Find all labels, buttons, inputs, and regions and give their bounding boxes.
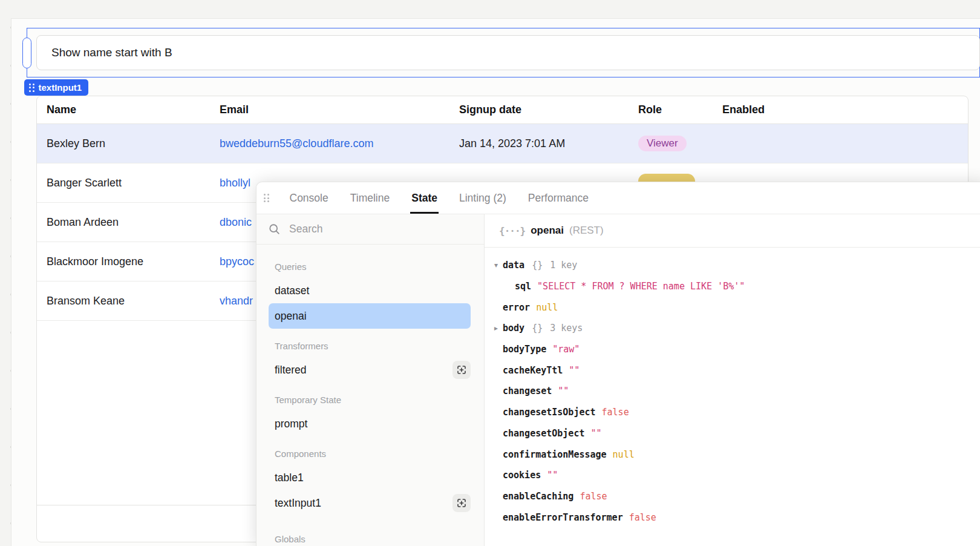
json-value: "raw"	[552, 344, 580, 355]
state-sidebar: Search Queries dataset openai Transforme…	[256, 214, 485, 546]
text-input-field[interactable]: Show name start with B	[36, 35, 980, 70]
cell-role: Viewer	[629, 136, 713, 151]
object-badge: {}	[532, 323, 543, 334]
json-tree-row[interactable]: ▾ data {}1 key	[489, 255, 980, 276]
json-key: sql	[515, 281, 531, 292]
focus-target-icon	[456, 498, 467, 508]
json-tree-row: changesetObject ""	[489, 423, 980, 444]
json-value: "SELECT * FROM ? WHERE name LIKE 'B%'"	[537, 281, 745, 292]
json-tree-row: enableErrorTransformer false	[489, 507, 980, 528]
sidebar-item[interactable]: dataset	[275, 278, 471, 303]
state-json-tree: ▾ data {}1 key sql "SELECT * FROM ? WHER…	[485, 248, 980, 528]
column-header[interactable]: Enabled	[713, 104, 968, 116]
sidebar-item-label: openai	[275, 310, 307, 323]
json-tree-row: changeset ""	[489, 381, 980, 402]
json-value: false	[629, 512, 656, 523]
sidebar-item-label: prompt	[275, 418, 307, 430]
key-count-label: 1 key	[550, 260, 577, 271]
drag-dots-icon	[29, 84, 34, 92]
cell-name: Bexley Bern	[37, 137, 210, 150]
inspector-title: openai	[531, 225, 564, 237]
sidebar-section-label: Globals	[275, 534, 471, 544]
json-value: null	[536, 302, 558, 313]
json-tree-row: enableCaching false	[489, 486, 980, 507]
json-tree-row: sql "SELECT * FROM ? WHERE name LIKE 'B%…	[489, 276, 980, 297]
sidebar-item-label: textInput1	[275, 497, 321, 510]
debug-tab[interactable]: Console	[289, 182, 330, 214]
json-key: enableCaching	[503, 491, 573, 502]
debug-tab[interactable]: Timeline	[349, 182, 391, 214]
sidebar-item-label: table1	[275, 472, 304, 484]
search-icon	[269, 223, 281, 235]
debug-panel: ConsoleTimelineStateLinting (2)Performan…	[256, 182, 980, 546]
cell-name: Blackmoor Imogene	[37, 255, 210, 268]
sidebar-item[interactable]: table1	[275, 465, 471, 490]
sidebar-item[interactable]: filtered	[275, 357, 471, 383]
focus-component-button[interactable]	[452, 361, 471, 379]
json-key: cookies	[503, 470, 541, 481]
search-placeholder: Search	[289, 223, 322, 235]
sidebar-section: Components table1 textInput1	[275, 449, 471, 516]
column-header[interactable]: Email	[210, 104, 449, 116]
json-value: ""	[547, 470, 558, 481]
sidebar-section: Transformers filtered	[275, 341, 471, 383]
column-header[interactable]: Role	[629, 104, 713, 116]
expand-arrow-icon: ▸	[489, 324, 503, 332]
json-value: false	[602, 407, 629, 418]
sidebar-section-label: Components	[275, 449, 471, 459]
json-value: false	[580, 491, 607, 502]
json-tree-row: error null	[489, 297, 980, 318]
sidebar-section-label: Temporary State	[275, 395, 471, 405]
state-inspector: {···} openai (REST) ▾ data {}1 key sql "…	[485, 214, 980, 546]
column-header[interactable]: Name	[37, 104, 210, 116]
state-search[interactable]: Search	[256, 214, 484, 245]
state-entity-list: Queries dataset openai Transformers filt…	[256, 245, 484, 546]
json-key: data	[503, 260, 524, 271]
component-name-badge[interactable]: textInput1	[24, 79, 88, 96]
debug-tab-bar: ConsoleTimelineStateLinting (2)Performan…	[256, 182, 980, 214]
object-badge: {}	[532, 260, 543, 271]
json-tree-row: confirmationMessage null	[489, 444, 980, 465]
focus-target-icon	[456, 364, 467, 375]
sidebar-item[interactable]: textInput1	[275, 490, 471, 516]
resize-handle[interactable]	[22, 38, 31, 68]
json-tree-row: cacheKeyTtl ""	[489, 360, 980, 381]
expand-arrow-icon: ▾	[489, 261, 503, 269]
json-key: changesetObject	[503, 428, 584, 439]
json-key: enableErrorTransformer	[503, 512, 623, 523]
sidebar-item[interactable]: prompt	[275, 411, 471, 436]
sidebar-section-label: Queries	[275, 261, 471, 272]
debug-tab[interactable]: Performance	[527, 182, 590, 214]
sidebar-section: Temporary State prompt	[275, 395, 471, 436]
json-value: ""	[569, 365, 580, 376]
json-key: cacheKeyTtl	[503, 365, 563, 376]
json-value: null	[613, 449, 635, 460]
focus-component-button[interactable]	[452, 494, 471, 512]
inspector-type-label: (REST)	[569, 225, 604, 237]
component-name-label: textInput1	[39, 82, 82, 93]
cell-signup-date: Jan 14, 2023 7:01 AM	[449, 137, 629, 150]
debug-tab[interactable]: Linting (2)	[458, 182, 508, 214]
json-tree-row: changesetIsObject false	[489, 402, 980, 423]
cell-email-link[interactable]: bweddeburn55@cloudflare.com	[210, 137, 449, 150]
json-key: changeset	[503, 386, 552, 396]
sidebar-item-label: dataset	[275, 285, 309, 297]
panel-drag-handle-icon[interactable]	[264, 194, 269, 202]
sidebar-section: Queries dataset openai	[275, 261, 471, 329]
table-row[interactable]: Bexley Bern bweddeburn55@cloudflare.com …	[37, 124, 968, 163]
json-tree-row[interactable]: ▸ body {}3 keys	[489, 318, 980, 339]
column-header[interactable]: Signup date	[449, 104, 629, 116]
json-tree-row: cookies ""	[489, 465, 980, 486]
json-key: changesetIsObject	[503, 407, 596, 418]
table-header-row: NameEmailSignup dateRoleEnabled	[37, 96, 968, 124]
json-value: ""	[590, 428, 601, 439]
json-key: body	[503, 323, 524, 334]
json-key: bodyType	[503, 344, 546, 355]
cell-name: Bransom Keane	[37, 295, 210, 308]
sidebar-item[interactable]: openai	[269, 303, 471, 329]
cell-name: Banger Scarlett	[37, 177, 210, 189]
sidebar-section: Globals	[275, 534, 471, 544]
sidebar-item-label: filtered	[275, 364, 307, 377]
debug-tab[interactable]: State	[410, 182, 439, 214]
role-badge: Viewer	[638, 136, 687, 151]
